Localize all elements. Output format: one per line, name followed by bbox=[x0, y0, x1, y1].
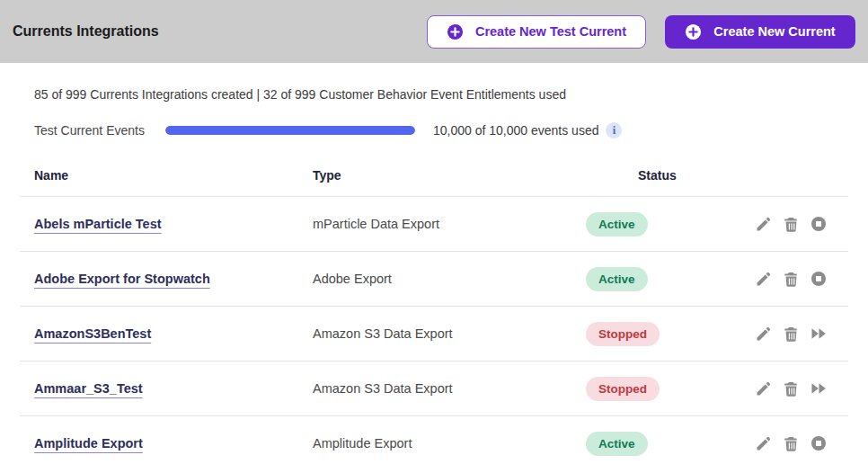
integration-name-link[interactable]: Adobe Export for Stopwatch bbox=[34, 272, 210, 286]
stop-icon[interactable] bbox=[810, 216, 827, 232]
header-actions: Create New Test Current Create New Curre… bbox=[427, 15, 855, 49]
edit-icon[interactable] bbox=[755, 216, 771, 232]
create-new-current-button[interactable]: Create New Current bbox=[665, 15, 855, 49]
info-icon[interactable]: i bbox=[606, 122, 622, 138]
integration-type: Adobe Export bbox=[313, 272, 586, 286]
table-row: AmazonS3BenTestAmazon S3 Data ExportStop… bbox=[20, 306, 848, 361]
row-actions bbox=[755, 435, 857, 451]
row-actions bbox=[755, 380, 857, 397]
edit-icon[interactable] bbox=[755, 435, 771, 451]
test-current-events-row: Test Current Events 10,000 of 10,000 eve… bbox=[20, 122, 848, 138]
table-row: Amplitude ExportAmplitude ExportActive bbox=[20, 415, 848, 470]
plus-circle-icon bbox=[447, 23, 464, 40]
column-header-name: Name bbox=[34, 168, 313, 183]
integration-type: Amazon S3 Data Export bbox=[313, 326, 586, 341]
stop-icon[interactable] bbox=[810, 435, 827, 451]
column-header-status: Status bbox=[586, 168, 755, 183]
table-header-row: Name Type Status bbox=[20, 168, 848, 196]
status-badge: Active bbox=[586, 212, 648, 236]
integration-name-link[interactable]: AmazonS3BenTest bbox=[34, 326, 151, 341]
create-new-test-current-label: Create New Test Current bbox=[475, 24, 626, 39]
integration-type: Amplitude Export bbox=[313, 436, 586, 451]
table-row: Adobe Export for StopwatchAdobe ExportAc… bbox=[20, 251, 848, 306]
create-new-test-current-button[interactable]: Create New Test Current bbox=[427, 15, 646, 49]
edit-icon[interactable] bbox=[755, 271, 771, 287]
page-title: Currents Integrations bbox=[13, 23, 159, 40]
integration-type: mParticle Data Export bbox=[313, 217, 586, 231]
integrations-table: Name Type Status Abels mParticle TestmPa… bbox=[20, 168, 848, 470]
plus-circle-icon bbox=[685, 23, 702, 40]
column-header-type: Type bbox=[313, 168, 586, 183]
integration-name-link[interactable]: Abels mParticle Test bbox=[34, 217, 162, 231]
test-current-events-label: Test Current Events bbox=[34, 123, 165, 138]
row-actions bbox=[755, 271, 857, 287]
status-badge: Stopped bbox=[586, 322, 660, 346]
resume-icon[interactable] bbox=[810, 380, 827, 397]
edit-icon[interactable] bbox=[755, 380, 771, 397]
integration-name-link[interactable]: Ammaar_S3_Test bbox=[34, 381, 143, 396]
status-badge: Stopped bbox=[586, 377, 660, 401]
status-badge: Active bbox=[586, 267, 648, 291]
delete-icon[interactable] bbox=[783, 216, 799, 232]
integration-name-link[interactable]: Amplitude Export bbox=[34, 436, 143, 451]
delete-icon[interactable] bbox=[783, 326, 799, 342]
page-header: Currents Integrations Create New Test Cu… bbox=[0, 0, 868, 63]
status-badge: Active bbox=[586, 432, 648, 456]
main-content: 85 of 999 Currents Integrations created … bbox=[0, 63, 868, 470]
integration-type: Amazon S3 Data Export bbox=[313, 381, 586, 396]
usage-summary: 85 of 999 Currents Integrations created … bbox=[20, 87, 848, 102]
row-actions bbox=[755, 216, 857, 232]
delete-icon[interactable] bbox=[783, 271, 799, 287]
edit-icon[interactable] bbox=[755, 326, 771, 342]
delete-icon[interactable] bbox=[783, 435, 799, 451]
delete-icon[interactable] bbox=[783, 380, 799, 397]
row-actions bbox=[755, 326, 857, 342]
table-row: Ammaar_S3_TestAmazon S3 Data ExportStopp… bbox=[20, 361, 848, 415]
stop-icon[interactable] bbox=[810, 271, 827, 287]
table-body: Abels mParticle TestmParticle Data Expor… bbox=[20, 196, 848, 470]
table-row: Abels mParticle TestmParticle Data Expor… bbox=[20, 196, 848, 251]
resume-icon[interactable] bbox=[810, 326, 827, 342]
events-progress-fill bbox=[165, 126, 415, 135]
events-progress-bar bbox=[165, 126, 415, 135]
create-new-current-label: Create New Current bbox=[713, 24, 835, 39]
events-usage-text: 10,000 of 10,000 events used bbox=[433, 123, 598, 138]
